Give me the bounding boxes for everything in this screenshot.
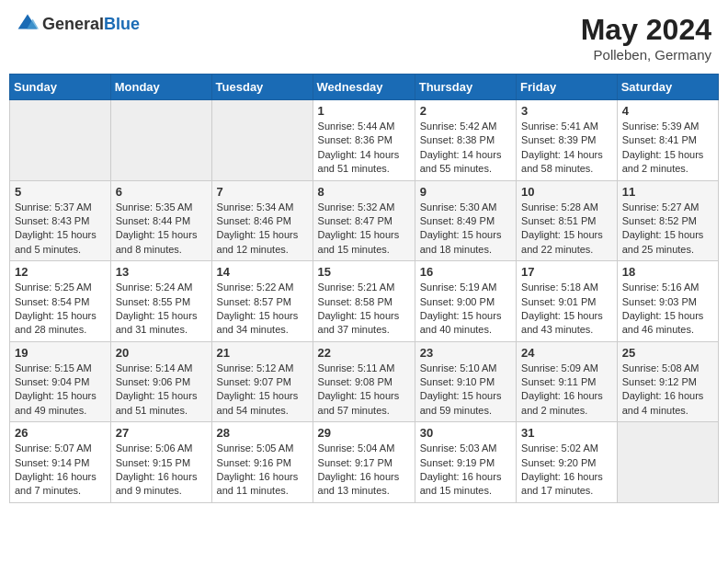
day-info: Sunrise: 5:28 AMSunset: 8:51 PMDaylight:… [521, 201, 612, 258]
calendar-cell [10, 100, 111, 181]
daylight-text: Daylight: 16 hours and 4 minutes. [622, 389, 713, 418]
calendar-week-row-3: 12Sunrise: 5:25 AMSunset: 8:54 PMDayligh… [10, 261, 719, 342]
calendar-cell: 7Sunrise: 5:34 AMSunset: 8:46 PMDaylight… [211, 180, 313, 261]
sunset-text: Sunset: 8:44 PM [116, 214, 207, 228]
calendar-cell: 16Sunrise: 5:19 AMSunset: 9:00 PMDayligh… [415, 261, 516, 342]
sunrise-text: Sunrise: 5:24 AM [116, 281, 207, 294]
calendar-cell: 25Sunrise: 5:08 AMSunset: 9:12 PMDayligh… [617, 341, 718, 422]
logo-text: GeneralBlue [42, 15, 140, 34]
day-number: 29 [318, 426, 410, 440]
day-number: 24 [521, 346, 612, 360]
sunset-text: Sunset: 8:52 PM [622, 214, 713, 228]
day-info: Sunrise: 5:21 AMSunset: 8:58 PMDaylight:… [318, 281, 410, 338]
sunset-text: Sunset: 8:39 PM [521, 133, 612, 147]
day-number: 11 [622, 185, 713, 199]
month-year-title: May 2024 [581, 13, 711, 47]
day-info: Sunrise: 5:19 AMSunset: 9:00 PMDaylight:… [420, 281, 511, 338]
sunrise-text: Sunrise: 5:11 AM [318, 362, 410, 375]
daylight-text: Daylight: 16 hours and 2 minutes. [521, 389, 612, 418]
logo-icon [17, 13, 39, 35]
sunrise-text: Sunrise: 5:18 AM [521, 281, 612, 294]
sunrise-text: Sunrise: 5:05 AM [217, 442, 308, 455]
day-number: 6 [116, 185, 207, 199]
sunrise-text: Sunrise: 5:30 AM [420, 201, 511, 214]
calendar-cell: 12Sunrise: 5:25 AMSunset: 8:54 PMDayligh… [10, 261, 111, 342]
sunrise-text: Sunrise: 5:15 AM [15, 362, 106, 375]
calendar-cell: 29Sunrise: 5:04 AMSunset: 9:17 PMDayligh… [313, 422, 415, 503]
calendar-cell [617, 422, 718, 503]
sunset-text: Sunset: 9:00 PM [420, 295, 511, 309]
title-block: May 2024 Polleben, Germany [581, 13, 711, 63]
day-info: Sunrise: 5:03 AMSunset: 9:19 PMDaylight:… [420, 442, 511, 499]
sunset-text: Sunset: 9:20 PM [521, 456, 612, 470]
day-info: Sunrise: 5:15 AMSunset: 9:04 PMDaylight:… [15, 362, 106, 419]
sunrise-text: Sunrise: 5:42 AM [420, 120, 511, 133]
weekday-header-saturday: Saturday [617, 75, 718, 100]
daylight-text: Daylight: 14 hours and 51 minutes. [318, 148, 410, 177]
sunset-text: Sunset: 8:47 PM [318, 214, 410, 228]
day-info: Sunrise: 5:37 AMSunset: 8:43 PMDaylight:… [15, 201, 106, 258]
day-number: 3 [521, 104, 612, 118]
sunset-text: Sunset: 9:19 PM [420, 456, 511, 470]
sunset-text: Sunset: 9:07 PM [217, 375, 308, 389]
weekday-header-friday: Friday [517, 75, 618, 100]
day-info: Sunrise: 5:22 AMSunset: 8:57 PMDaylight:… [217, 281, 308, 338]
day-info: Sunrise: 5:39 AMSunset: 8:41 PMDaylight:… [622, 120, 713, 177]
daylight-text: Daylight: 15 hours and 25 minutes. [622, 228, 713, 257]
sunset-text: Sunset: 8:36 PM [318, 133, 410, 147]
calendar-cell: 6Sunrise: 5:35 AMSunset: 8:44 PMDaylight… [110, 180, 211, 261]
day-number: 19 [15, 346, 106, 360]
calendar-week-row-1: 1Sunrise: 5:44 AMSunset: 8:36 PMDaylight… [10, 100, 719, 181]
day-info: Sunrise: 5:07 AMSunset: 9:14 PMDaylight:… [15, 442, 106, 499]
daylight-text: Daylight: 15 hours and 22 minutes. [521, 228, 612, 257]
day-info: Sunrise: 5:27 AMSunset: 8:52 PMDaylight:… [622, 201, 713, 258]
daylight-text: Daylight: 15 hours and 8 minutes. [116, 228, 207, 257]
sunset-text: Sunset: 9:14 PM [15, 456, 106, 470]
day-number: 13 [116, 265, 207, 279]
day-info: Sunrise: 5:30 AMSunset: 8:49 PMDaylight:… [420, 201, 511, 258]
day-info: Sunrise: 5:24 AMSunset: 8:55 PMDaylight:… [116, 281, 207, 338]
logo: GeneralBlue [17, 13, 140, 35]
daylight-text: Daylight: 15 hours and 54 minutes. [217, 389, 308, 418]
logo-blue: Blue [104, 15, 140, 33]
day-number: 20 [116, 346, 207, 360]
calendar-cell: 28Sunrise: 5:05 AMSunset: 9:16 PMDayligh… [211, 422, 313, 503]
sunrise-text: Sunrise: 5:32 AM [318, 201, 410, 214]
day-number: 5 [15, 185, 106, 199]
sunset-text: Sunset: 9:15 PM [116, 456, 207, 470]
calendar-cell: 4Sunrise: 5:39 AMSunset: 8:41 PMDaylight… [617, 100, 718, 181]
weekday-header-thursday: Thursday [415, 75, 516, 100]
daylight-text: Daylight: 16 hours and 11 minutes. [217, 470, 308, 499]
day-number: 31 [521, 426, 612, 440]
calendar-cell: 10Sunrise: 5:28 AMSunset: 8:51 PMDayligh… [517, 180, 618, 261]
sunrise-text: Sunrise: 5:04 AM [318, 442, 410, 455]
day-number: 2 [420, 104, 511, 118]
sunrise-text: Sunrise: 5:08 AM [622, 362, 713, 375]
day-number: 22 [318, 346, 410, 360]
sunrise-text: Sunrise: 5:07 AM [15, 442, 106, 455]
daylight-text: Daylight: 16 hours and 17 minutes. [521, 470, 612, 499]
sunrise-text: Sunrise: 5:22 AM [217, 281, 308, 294]
day-info: Sunrise: 5:44 AMSunset: 8:36 PMDaylight:… [318, 120, 410, 177]
sunset-text: Sunset: 8:55 PM [116, 295, 207, 309]
page-header: GeneralBlue May 2024 Polleben, Germany [9, 9, 719, 66]
weekday-header-row: SundayMondayTuesdayWednesdayThursdayFrid… [10, 75, 719, 100]
sunset-text: Sunset: 9:01 PM [521, 295, 612, 309]
day-info: Sunrise: 5:08 AMSunset: 9:12 PMDaylight:… [622, 362, 713, 419]
sunrise-text: Sunrise: 5:06 AM [116, 442, 207, 455]
day-number: 16 [420, 265, 511, 279]
daylight-text: Daylight: 15 hours and 59 minutes. [420, 389, 511, 418]
day-info: Sunrise: 5:41 AMSunset: 8:39 PMDaylight:… [521, 120, 612, 177]
sunset-text: Sunset: 8:57 PM [217, 295, 308, 309]
day-info: Sunrise: 5:02 AMSunset: 9:20 PMDaylight:… [521, 442, 612, 499]
day-number: 15 [318, 265, 410, 279]
daylight-text: Daylight: 15 hours and 34 minutes. [217, 309, 308, 338]
day-info: Sunrise: 5:32 AMSunset: 8:47 PMDaylight:… [318, 201, 410, 258]
day-info: Sunrise: 5:06 AMSunset: 9:15 PMDaylight:… [116, 442, 207, 499]
sunset-text: Sunset: 8:51 PM [521, 214, 612, 228]
day-number: 17 [521, 265, 612, 279]
calendar-table: SundayMondayTuesdayWednesdayThursdayFrid… [9, 74, 719, 503]
weekday-header-wednesday: Wednesday [313, 75, 415, 100]
day-info: Sunrise: 5:25 AMSunset: 8:54 PMDaylight:… [15, 281, 106, 338]
sunrise-text: Sunrise: 5:39 AM [622, 120, 713, 133]
